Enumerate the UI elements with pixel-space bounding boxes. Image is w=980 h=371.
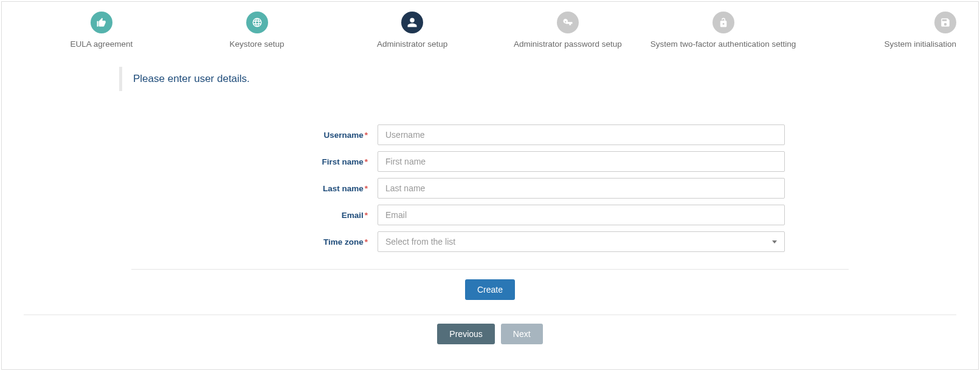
row-last-name: Last name* bbox=[125, 178, 855, 199]
thumbs-up-icon bbox=[91, 12, 112, 33]
step-init[interactable]: System initialisation bbox=[801, 12, 956, 49]
user-icon bbox=[401, 12, 423, 33]
previous-button[interactable]: Previous bbox=[437, 324, 494, 344]
form-panel: Please enter user details. Username* Fir… bbox=[125, 67, 855, 300]
wizard-steps: EULA agreement Keystore setup Administra… bbox=[2, 2, 978, 49]
save-icon bbox=[934, 12, 956, 33]
required-marker: * bbox=[365, 237, 368, 247]
instruction-text: Please enter user details. bbox=[119, 67, 855, 91]
step-2fa[interactable]: System two-factor authentication setting bbox=[646, 12, 801, 49]
required-marker: * bbox=[365, 157, 368, 166]
step-label: Administrator password setup bbox=[514, 39, 622, 49]
outer-divider bbox=[24, 315, 956, 315]
create-wrap: Create bbox=[125, 279, 855, 300]
step-label: System two-factor authentication setting bbox=[650, 39, 796, 49]
timezone-select[interactable]: Select from the list bbox=[378, 231, 785, 252]
required-marker: * bbox=[365, 211, 368, 220]
next-button[interactable]: Next bbox=[501, 324, 543, 344]
label-text: Email bbox=[342, 211, 364, 220]
label-timezone: Time zone* bbox=[195, 237, 378, 247]
row-email: Email* bbox=[125, 205, 855, 225]
required-marker: * bbox=[365, 131, 368, 140]
required-marker: * bbox=[365, 184, 368, 193]
label-email: Email* bbox=[195, 211, 378, 220]
label-last-name: Last name* bbox=[195, 184, 378, 193]
wizard-container: EULA agreement Keystore setup Administra… bbox=[1, 1, 979, 370]
label-text: Time zone bbox=[323, 237, 364, 247]
email-input[interactable] bbox=[378, 205, 785, 225]
step-eula[interactable]: EULA agreement bbox=[24, 12, 179, 49]
row-username: Username* bbox=[125, 124, 855, 145]
label-text: Username bbox=[323, 131, 363, 140]
step-admin-password[interactable]: Administrator password setup bbox=[490, 12, 646, 49]
step-label: EULA agreement bbox=[70, 39, 133, 49]
label-text: Last name bbox=[323, 184, 364, 193]
step-label: System initialisation bbox=[884, 39, 956, 49]
step-label: Administrator setup bbox=[377, 39, 447, 49]
last-name-input[interactable] bbox=[378, 178, 785, 199]
row-first-name: First name* bbox=[125, 151, 855, 172]
timezone-placeholder: Select from the list bbox=[385, 237, 455, 247]
lock-open-icon bbox=[713, 12, 734, 33]
step-label: Keystore setup bbox=[229, 39, 284, 49]
form-divider bbox=[131, 269, 849, 270]
first-name-input[interactable] bbox=[378, 151, 785, 172]
label-username: Username* bbox=[195, 131, 378, 140]
step-keystore[interactable]: Keystore setup bbox=[179, 12, 335, 49]
footer-nav: Previous Next bbox=[2, 324, 978, 344]
username-input[interactable] bbox=[378, 124, 785, 145]
step-admin[interactable]: Administrator setup bbox=[334, 12, 490, 49]
chevron-down-icon bbox=[772, 240, 777, 243]
row-timezone: Time zone* Select from the list bbox=[125, 231, 855, 252]
globe-icon bbox=[246, 12, 268, 33]
create-button[interactable]: Create bbox=[465, 279, 515, 300]
form-rows: Username* First name* Last name* Email* bbox=[125, 124, 855, 252]
label-first-name: First name* bbox=[195, 157, 378, 166]
label-text: First name bbox=[322, 157, 363, 166]
key-icon bbox=[557, 12, 579, 33]
